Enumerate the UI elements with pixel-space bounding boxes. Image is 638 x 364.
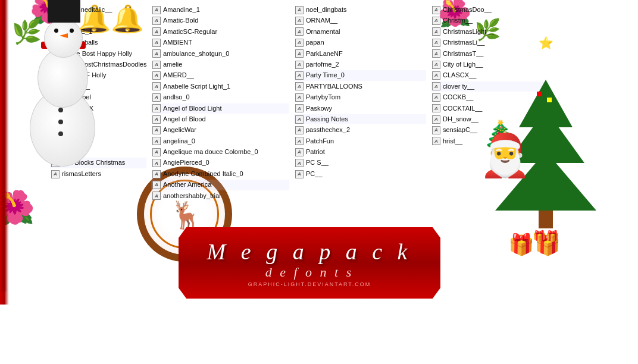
font-name: AMBIENT bbox=[163, 38, 192, 47]
font-icon: A bbox=[51, 170, 60, 178]
font-name: Paskowy bbox=[306, 104, 332, 113]
font-icon: A bbox=[152, 17, 161, 25]
list-item: A Amatic-Bold bbox=[151, 15, 289, 26]
list-item: A ChristmasDoo__ bbox=[431, 5, 545, 15]
font-icon: A bbox=[152, 27, 161, 36]
list-item: A Angel of Blood Light bbox=[151, 103, 289, 114]
font-name: Anodyne Combined Italic_0 bbox=[163, 170, 243, 178]
font-name: andlso_0 bbox=[163, 93, 190, 102]
list-item: A PC__ bbox=[294, 169, 426, 179]
font-icon: A bbox=[152, 49, 161, 58]
font-icon: A bbox=[432, 61, 440, 69]
snowman-middle bbox=[37, 48, 88, 108]
list-item: A Amandine_1 bbox=[151, 5, 289, 15]
font-name: AngiePierced_0 bbox=[163, 158, 209, 167]
font-icon: A bbox=[432, 27, 440, 36]
snowman-body bbox=[30, 89, 95, 167]
font-icon: A bbox=[152, 126, 161, 134]
list-item: A andlso_0 bbox=[151, 92, 289, 102]
list-item: A Party Time_0 bbox=[294, 70, 426, 80]
list-item: A passthechex_2 bbox=[294, 125, 426, 135]
font-icon: A bbox=[295, 93, 304, 102]
font-name: Angelique ma douce Colombe_0 bbox=[163, 148, 258, 156]
font-name: ParkLaneNF bbox=[306, 49, 343, 58]
list-item: A Ornamental bbox=[294, 27, 426, 37]
font-icon: A bbox=[432, 71, 440, 80]
snowman-nose bbox=[60, 33, 68, 38]
font-icon: A bbox=[295, 126, 304, 134]
font-name: City of Ligh__ bbox=[443, 60, 483, 69]
tree-layer-top bbox=[519, 80, 573, 127]
list-item: A PatchFun bbox=[294, 136, 426, 146]
snowman-decoration bbox=[30, 89, 95, 167]
list-item: A papan bbox=[294, 37, 426, 48]
font-icon: A bbox=[152, 137, 161, 145]
font-icon: A bbox=[295, 49, 304, 58]
font-name: ambulance_shotgun_0 bbox=[163, 49, 229, 58]
font-icon: A bbox=[295, 115, 304, 124]
font-icon: A bbox=[152, 6, 161, 14]
font-icon: A bbox=[432, 137, 440, 145]
font-icon: A bbox=[432, 104, 440, 112]
list-item: A Patriot bbox=[294, 147, 426, 157]
list-item: A ORNAM__ bbox=[294, 15, 426, 26]
font-icon: A bbox=[432, 126, 440, 134]
left-ribbon-edge bbox=[0, 0, 7, 291]
list-item: A anothershabby_trial bbox=[151, 191, 289, 201]
font-name: PC__ bbox=[306, 170, 323, 178]
list-item: A rismasLetters bbox=[50, 169, 146, 179]
font-icon: A bbox=[152, 159, 161, 167]
font-name: Amandine_1 bbox=[163, 5, 200, 14]
snowman-hat bbox=[48, 0, 80, 23]
list-item: A AngelicWar bbox=[151, 125, 289, 135]
font-icon: A bbox=[432, 39, 440, 47]
font-icon: A bbox=[295, 17, 304, 25]
font-icon: A bbox=[152, 82, 161, 90]
snowman-head bbox=[44, 19, 83, 58]
banner-subtitle: d e f o n t s bbox=[265, 265, 354, 280]
font-name: PARTYBALLOONS bbox=[306, 82, 362, 91]
font-icon: A bbox=[295, 159, 304, 167]
list-item: A ambulance_shotgun_0 bbox=[151, 49, 289, 59]
snowman-eye-left bbox=[54, 29, 58, 33]
font-name: ORNAM__ bbox=[306, 16, 337, 25]
megapack-banner: M e g a p a c k d e f o n t s GRAPHIC-LI… bbox=[179, 227, 440, 299]
list-item: A angelina_0 bbox=[151, 136, 289, 146]
font-icon: A bbox=[432, 82, 440, 90]
bottom-whitespace bbox=[0, 305, 638, 364]
font-name: ChristmasLight__ bbox=[443, 27, 494, 36]
snowman-eye-right bbox=[70, 29, 74, 33]
list-item: A PartybyTom bbox=[294, 92, 426, 102]
list-item: A Angelique ma douce Colombe_0 bbox=[151, 147, 289, 157]
list-item: A Passing Notes bbox=[294, 114, 426, 124]
font-icon: A bbox=[152, 39, 161, 47]
banner-title: M e g a p a c k bbox=[207, 239, 412, 265]
font-name: CLASCX__ bbox=[443, 71, 476, 80]
list-item: A Christm__ bbox=[431, 15, 545, 26]
font-name: Passing Notes bbox=[306, 115, 348, 124]
font-name: sensiapC__ bbox=[443, 125, 477, 134]
font-name: ChristmasT__ bbox=[443, 49, 483, 58]
font-name: COCKB__ bbox=[443, 93, 473, 102]
font-name: Anabelle Script Light_1 bbox=[163, 82, 230, 91]
font-icon: A bbox=[152, 61, 161, 69]
font-name: Party Time_0 bbox=[306, 71, 345, 80]
font-name: amelie bbox=[163, 60, 182, 69]
font-icon: A bbox=[432, 115, 440, 124]
font-icon: A bbox=[152, 170, 161, 178]
font-icon: A bbox=[295, 82, 304, 90]
font-icon: A bbox=[152, 181, 161, 189]
font-icon: A bbox=[432, 6, 440, 14]
font-icon: A bbox=[152, 148, 161, 156]
font-name: PartybyTom bbox=[306, 93, 340, 102]
font-icon: A bbox=[432, 93, 440, 102]
font-icon: A bbox=[432, 49, 440, 58]
font-name: COCKTAIL__ bbox=[443, 104, 482, 113]
font-name: partofme_2 bbox=[306, 60, 339, 69]
list-item: A noel_dingbats bbox=[294, 5, 426, 15]
font-name: Angel of Blood bbox=[163, 115, 206, 124]
font-name: passthechex_2 bbox=[306, 125, 350, 134]
banner-url: GRAPHIC-LIGHT.DEVIANTART.COM bbox=[248, 281, 371, 287]
font-name: ChristmasDoo__ bbox=[443, 5, 492, 14]
list-item: A AngiePierced_0 bbox=[151, 158, 289, 168]
